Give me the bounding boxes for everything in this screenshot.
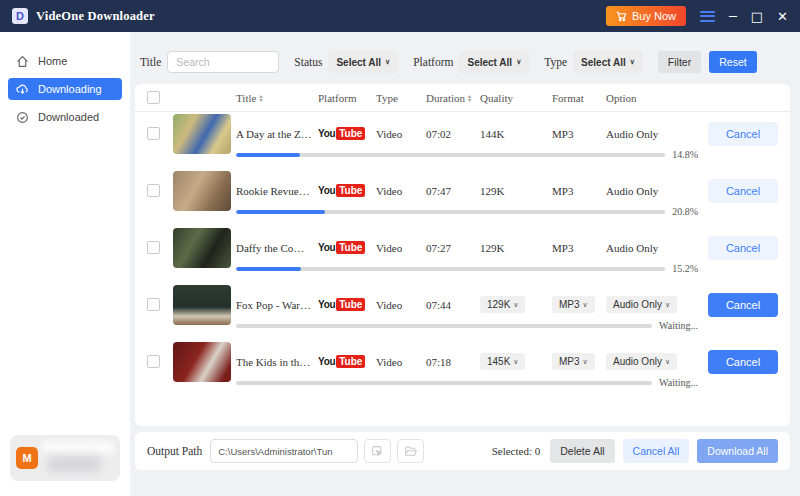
platform-filter-label: Platform [413,56,453,68]
filter-bar: Title Status Select All ∨ Platform Selec… [140,50,757,74]
blurred-username [48,456,100,472]
quality-select[interactable]: 145K∨ [480,353,525,370]
cancel-button[interactable]: Cancel [708,179,778,203]
video-type: Video [376,356,426,368]
youtube-logo-icon: YouTube [318,355,376,368]
video-thumbnail [173,171,231,211]
sidebar-item-downloading[interactable]: Downloading [8,78,122,100]
video-duration: 07:47 [426,185,480,197]
folder-icon [404,445,418,458]
menu-icon[interactable] [700,11,715,22]
type-select[interactable]: Select All ∨ [573,51,643,73]
video-title: Rookie Revue (1… [236,185,318,197]
sidebar-item-downloaded[interactable]: Downloaded [8,106,122,128]
maximize-icon[interactable]: □ [751,10,763,23]
user-account-card[interactable]: M [10,435,120,481]
video-duration: 07:44 [426,299,480,311]
row-checkbox[interactable] [147,184,160,197]
cancel-button[interactable]: Cancel [708,236,778,260]
quality-select[interactable]: 129K∨ [480,296,525,313]
table-header: Title ▴▾ Platform Type Duration ▴▾ Quali… [135,84,790,112]
row-checkbox[interactable] [147,298,160,311]
filter-button[interactable]: Filter [658,51,701,73]
sidebar-item-home[interactable]: Home [8,50,122,72]
reset-button[interactable]: Reset [709,51,756,73]
selected-count: Selected: 0 [492,445,541,457]
header-type: Type [376,92,426,104]
progress-bar: Waiting... [236,377,698,388]
cancel-all-button[interactable]: Cancel All [623,439,690,463]
video-type: Video [376,242,426,254]
video-duration: 07:02 [426,128,480,140]
row-checkbox[interactable] [147,127,160,140]
table-row: Daffy the Comm… YouTube Video 07:27 129K… [135,226,790,283]
progress-bar: 14.8% [236,149,698,160]
format-select[interactable]: MP3∨ [552,296,595,313]
open-folder-button[interactable] [397,439,424,463]
locate-file-button[interactable] [364,439,391,463]
search-input[interactable] [167,51,279,73]
select-all-checkbox[interactable] [147,91,160,104]
main-content: Title Status Select All ∨ Platform Selec… [130,32,800,496]
progress-bar: 15.2% [236,263,698,274]
home-icon [16,55,29,68]
user-avatar: M [16,447,38,469]
sort-icon[interactable]: ▴▾ [468,94,471,102]
video-title: A Day at the Zo… [236,128,318,140]
cloud-download-icon [16,83,29,96]
cancel-button[interactable]: Cancel [708,350,778,374]
table-row: The Kids in the … YouTube Video 07:18 14… [135,340,790,397]
row-checkbox[interactable] [147,241,160,254]
delete-all-button[interactable]: Delete All [550,439,614,463]
youtube-logo-icon: YouTube [318,184,376,197]
chevron-down-icon: ∨ [513,301,518,309]
chevron-down-icon: ∨ [665,358,670,366]
app-title: VideOne Downloader [36,9,155,24]
video-title: The Kids in the … [236,356,318,368]
sort-icon[interactable]: ▴▾ [259,94,262,102]
video-option: Audio Only [606,242,694,254]
header-title: Title ▴▾ [236,92,318,104]
cart-icon [616,11,627,22]
header-option: Option [606,92,694,104]
header-platform: Platform [318,92,376,104]
buy-now-button[interactable]: Buy Now [606,6,686,26]
table-row: Fox Pop - Warne… YouTube Video 07:44 129… [135,283,790,340]
output-path-input[interactable] [210,439,358,463]
progress-label: Waiting... [659,320,698,331]
cancel-button[interactable]: Cancel [708,293,778,317]
platform-select[interactable]: Select All ∨ [459,51,529,73]
download-all-button[interactable]: Download All [697,439,778,463]
buy-now-label: Buy Now [632,10,676,22]
video-type: Video [376,299,426,311]
video-quality: 129K [480,185,552,197]
chevron-down-icon: ∨ [630,58,635,66]
option-select[interactable]: Audio Only∨ [606,296,677,313]
video-title: Daffy the Comm… [236,242,318,254]
video-option: Audio Only [606,128,694,140]
video-format: MP3 [552,185,606,197]
cursor-square-icon [371,445,384,458]
format-select[interactable]: MP3∨ [552,353,595,370]
video-format: MP3 [552,242,606,254]
status-select[interactable]: Select All ∨ [328,51,398,73]
sidebar-item-label: Home [38,55,67,67]
cancel-button[interactable]: Cancel [708,122,778,146]
header-quality: Quality [480,92,552,104]
video-quality: 129K [480,242,552,254]
minimize-icon[interactable]: ─ [729,10,737,23]
footer-bar: Output Path Selected: 0 Delete All Cance… [135,432,790,470]
progress-bar: Waiting... [236,320,698,331]
status-filter-label: Status [294,56,322,68]
option-select[interactable]: Audio Only∨ [606,353,677,370]
video-thumbnail [173,228,231,268]
video-format: MP3 [552,128,606,140]
close-icon[interactable]: ✕ [777,10,788,23]
youtube-logo-icon: YouTube [318,127,376,140]
chevron-down-icon: ∨ [516,58,521,66]
video-thumbnail [173,342,231,382]
title-filter-label: Title [140,56,161,68]
table-row: A Day at the Zo… YouTube Video 07:02 144… [135,112,790,169]
downloads-table: Title ▴▾ Platform Type Duration ▴▾ Quali… [135,84,790,426]
row-checkbox[interactable] [147,355,160,368]
